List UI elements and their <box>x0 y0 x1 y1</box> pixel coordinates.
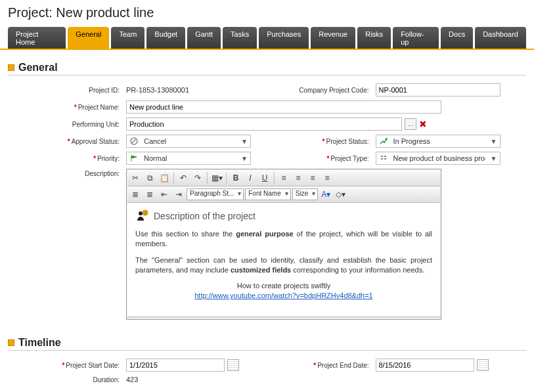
section-general-header: General <box>8 58 526 76</box>
tab-gantt[interactable]: Gantt <box>187 27 221 49</box>
tab-docs[interactable]: Docs <box>441 27 473 49</box>
redo-icon[interactable]: ↷ <box>191 171 204 185</box>
number-list-icon[interactable]: ≣ <box>143 188 156 201</box>
in-progress-icon <box>379 137 388 146</box>
priority-label: *Priority: <box>21 155 120 162</box>
insert-icon[interactable]: ▦▾ <box>210 171 223 185</box>
tab-project-home[interactable]: Project Home <box>8 27 66 49</box>
underline-icon[interactable]: U <box>258 171 271 185</box>
background-color-icon[interactable]: ◇▾ <box>334 188 347 201</box>
dropdown-arrow-icon: ▼ <box>241 155 248 162</box>
calendar-icon[interactable] <box>227 359 239 371</box>
project-id-value: PR-1853-13080001 <box>126 86 264 94</box>
company-code-input[interactable] <box>376 83 501 97</box>
italic-icon[interactable]: I <box>244 171 257 185</box>
outdent-icon[interactable]: ⇤ <box>158 188 171 201</box>
start-date-label: *Project Start Date: <box>21 362 120 369</box>
priority-select[interactable]: Normal ▼ <box>126 152 251 165</box>
editor-toolbar-1: ✂ ⧉ 📋 ↶ ↷ ▦▾ B I U ≡ ≡ ≡ ≡ <box>127 170 440 186</box>
project-name-input[interactable] <box>126 100 441 114</box>
project-type-select[interactable]: New product of business proce ▼ <box>376 152 501 165</box>
tab-general[interactable]: General <box>68 27 109 49</box>
description-editor: ✂ ⧉ 📋 ↶ ↷ ▦▾ B I U ≡ ≡ ≡ ≡ ≣ ≣ <box>126 169 441 320</box>
editor-resize-handle[interactable] <box>127 316 440 318</box>
duration-label: Duration: <box>21 376 120 383</box>
align-justify-icon[interactable]: ≡ <box>321 171 334 185</box>
copy-icon[interactable]: ⧉ <box>143 171 156 185</box>
font-size-select[interactable]: Size <box>292 188 318 200</box>
editor-heading: Description of the project <box>154 211 256 221</box>
person-info-icon: i <box>135 209 148 223</box>
section-timeline: Timeline *Project Start Date: *Project E… <box>8 333 526 389</box>
tab-revenue[interactable]: Revenue <box>311 27 355 49</box>
company-code-label: Company Project Code: <box>271 87 369 94</box>
approval-status-select[interactable]: Cancel ▼ <box>126 135 251 148</box>
start-date-input[interactable] <box>126 359 225 372</box>
indent-icon[interactable]: ⇥ <box>172 188 185 201</box>
youtube-link[interactable]: http://www.youtube.com/watch?v=bdpHRZHv4… <box>194 292 372 299</box>
editor-paragraph-2: The "General" section can be used to ide… <box>135 255 432 275</box>
project-status-select[interactable]: In Progress ▼ <box>376 135 501 148</box>
description-label: Description: <box>21 169 120 177</box>
dropdown-arrow-icon: ▼ <box>491 138 497 145</box>
paragraph-style-select[interactable]: Paragraph St... <box>187 188 244 200</box>
tab-purchases[interactable]: Purchases <box>259 27 309 49</box>
tab-tasks[interactable]: Tasks <box>223 27 257 49</box>
end-date-label: *Project End Date: <box>271 362 369 369</box>
tab-risks[interactable]: Risks <box>357 27 391 49</box>
page-title: Project: New product line <box>0 0 534 27</box>
svg-rect-4 <box>381 158 383 160</box>
editor-toolbar-2: ≣ ≣ ⇤ ⇥ Paragraph St... Font Name Size A… <box>127 186 440 203</box>
editor-paragraph-1: Use this section to share the general pu… <box>135 229 432 249</box>
performing-unit-input[interactable] <box>126 118 402 131</box>
section-general-title: General <box>18 62 58 74</box>
priority-value: Normal <box>144 154 167 162</box>
svg-line-1 <box>132 139 136 143</box>
editor-paragraph-3: How to create projects swiftly http://ww… <box>135 281 432 301</box>
svg-rect-3 <box>384 156 386 157</box>
tab-dashboard[interactable]: Dashboard <box>475 27 526 49</box>
project-id-label: Project ID: <box>21 87 120 94</box>
font-name-select[interactable]: Font Name <box>245 188 290 200</box>
approval-status-label: *Approval Status: <box>21 138 120 145</box>
tab-follow-up[interactable]: Follow-up <box>393 27 439 49</box>
project-type-value: New product of business proce <box>393 154 485 162</box>
align-left-icon[interactable]: ≡ <box>277 171 290 185</box>
dropdown-arrow-icon: ▼ <box>241 138 248 145</box>
font-color-icon[interactable]: A▾ <box>319 188 332 201</box>
paste-icon[interactable]: 📋 <box>158 171 171 185</box>
svg-point-6 <box>139 211 143 215</box>
end-date-input[interactable] <box>376 359 474 372</box>
section-icon <box>8 339 14 346</box>
calendar-icon[interactable] <box>477 359 489 371</box>
tab-budget[interactable]: Budget <box>146 27 185 49</box>
clear-icon[interactable]: ✖ <box>419 119 427 129</box>
section-icon <box>8 64 14 71</box>
dropdown-arrow-icon: ▼ <box>491 155 497 162</box>
bold-icon[interactable]: B <box>229 171 242 185</box>
project-name-label: *Project Name: <box>21 104 120 111</box>
section-timeline-header: Timeline <box>8 333 526 351</box>
tab-team[interactable]: Team <box>111 27 145 49</box>
project-type-icon <box>379 154 388 163</box>
svg-rect-5 <box>384 158 386 160</box>
lookup-button[interactable]: … <box>405 118 416 130</box>
cut-icon[interactable]: ✂ <box>129 171 142 185</box>
project-status-label: *Project Status: <box>271 138 369 145</box>
performing-unit-label: Performing Unit: <box>21 121 120 128</box>
section-timeline-title: Timeline <box>18 337 61 349</box>
editor-content[interactable]: i Description of the project Use this se… <box>127 203 440 316</box>
undo-icon[interactable]: ↶ <box>177 171 190 185</box>
section-general: General Project ID: PR-1853-13080001 Com… <box>8 58 526 325</box>
align-right-icon[interactable]: ≡ <box>306 171 319 185</box>
tabs: Project Home General Team Budget Gantt T… <box>0 27 534 50</box>
bullet-list-icon[interactable]: ≣ <box>129 188 142 201</box>
approval-status-value: Cancel <box>144 137 166 145</box>
cancel-status-icon <box>129 137 139 146</box>
svg-rect-2 <box>381 156 383 157</box>
align-center-icon[interactable]: ≡ <box>292 171 305 185</box>
duration-value: 423 <box>126 376 264 383</box>
project-type-label: *Project Type: <box>271 155 369 162</box>
project-status-value: In Progress <box>393 137 430 145</box>
priority-normal-icon <box>129 154 139 163</box>
